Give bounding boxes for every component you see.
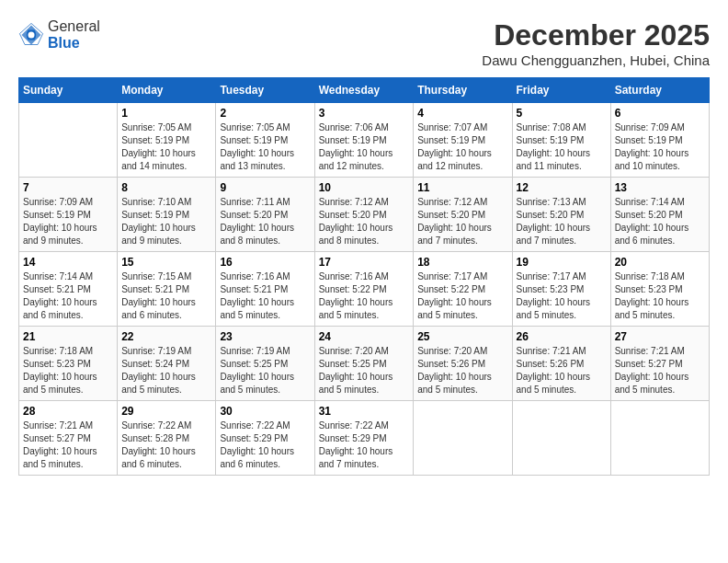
day-info: Sunrise: 7:08 AMSunset: 5:19 PMDaylight:… — [517, 121, 607, 173]
calendar-cell: 9Sunrise: 7:11 AMSunset: 5:20 PMDaylight… — [216, 178, 314, 252]
day-info: Sunrise: 7:19 AMSunset: 5:25 PMDaylight:… — [220, 345, 310, 396]
day-info: Sunrise: 7:22 AMSunset: 5:28 PMDaylight:… — [121, 419, 211, 471]
day-number: 14 — [23, 256, 113, 269]
page-header: General Blue December 2025 Dawu Chenggua… — [18, 18, 710, 68]
day-number: 24 — [319, 330, 410, 343]
day-info: Sunrise: 7:20 AMSunset: 5:26 PMDaylight:… — [417, 345, 507, 396]
calendar-cell: 8Sunrise: 7:10 AMSunset: 5:19 PMDaylight… — [118, 178, 216, 252]
day-number: 18 — [417, 256, 507, 269]
day-info: Sunrise: 7:16 AMSunset: 5:21 PMDaylight:… — [220, 270, 310, 322]
calendar-cell: 5Sunrise: 7:08 AMSunset: 5:19 PMDaylight… — [512, 103, 610, 178]
calendar-week-row: 14Sunrise: 7:14 AMSunset: 5:21 PMDayligh… — [19, 252, 710, 327]
day-info: Sunrise: 7:22 AMSunset: 5:29 PMDaylight:… — [220, 419, 310, 471]
weekday-header: Sunday — [19, 78, 118, 103]
day-info: Sunrise: 7:11 AMSunset: 5:20 PMDaylight:… — [220, 196, 310, 247]
day-number: 19 — [517, 256, 607, 269]
day-number: 12 — [517, 181, 607, 194]
calendar-week-row: 28Sunrise: 7:21 AMSunset: 5:27 PMDayligh… — [19, 401, 710, 476]
calendar-cell: 18Sunrise: 7:17 AMSunset: 5:22 PMDayligh… — [414, 252, 512, 327]
location-subtitle: Dawu Chengguanzhen, Hubei, China — [482, 52, 710, 68]
day-number: 22 — [121, 330, 211, 343]
calendar-cell — [610, 401, 709, 476]
weekday-header: Saturday — [610, 78, 709, 103]
calendar-cell: 12Sunrise: 7:13 AMSunset: 5:20 PMDayligh… — [512, 178, 610, 252]
calendar-cell: 17Sunrise: 7:16 AMSunset: 5:22 PMDayligh… — [314, 252, 414, 327]
day-info: Sunrise: 7:14 AMSunset: 5:20 PMDaylight:… — [615, 196, 705, 247]
day-info: Sunrise: 7:06 AMSunset: 5:19 PMDaylight:… — [319, 121, 410, 173]
calendar-cell: 23Sunrise: 7:19 AMSunset: 5:25 PMDayligh… — [216, 327, 314, 401]
logo-text: General Blue — [48, 18, 100, 52]
day-number: 4 — [417, 107, 507, 120]
day-info: Sunrise: 7:13 AMSunset: 5:20 PMDaylight:… — [517, 196, 607, 247]
calendar-week-row: 1Sunrise: 7:05 AMSunset: 5:19 PMDaylight… — [19, 103, 710, 178]
calendar-cell — [512, 401, 610, 476]
day-number: 17 — [319, 256, 410, 269]
calendar-week-row: 21Sunrise: 7:18 AMSunset: 5:23 PMDayligh… — [19, 327, 710, 401]
day-number: 8 — [121, 181, 211, 194]
calendar-cell: 13Sunrise: 7:14 AMSunset: 5:20 PMDayligh… — [610, 178, 709, 252]
calendar-header-row: SundayMondayTuesdayWednesdayThursdayFrid… — [19, 78, 710, 103]
calendar-cell: 31Sunrise: 7:22 AMSunset: 5:29 PMDayligh… — [314, 401, 414, 476]
calendar-cell: 14Sunrise: 7:14 AMSunset: 5:21 PMDayligh… — [19, 252, 118, 327]
day-number: 30 — [220, 405, 310, 418]
day-number: 3 — [319, 107, 410, 120]
weekday-header: Thursday — [414, 78, 512, 103]
day-info: Sunrise: 7:14 AMSunset: 5:21 PMDaylight:… — [23, 270, 113, 322]
calendar-cell: 4Sunrise: 7:07 AMSunset: 5:19 PMDaylight… — [414, 103, 512, 178]
weekday-header: Friday — [512, 78, 610, 103]
calendar-cell: 16Sunrise: 7:16 AMSunset: 5:21 PMDayligh… — [216, 252, 314, 327]
title-block: December 2025 Dawu Chengguanzhen, Hubei,… — [482, 18, 710, 68]
day-info: Sunrise: 7:10 AMSunset: 5:19 PMDaylight:… — [121, 196, 211, 247]
day-number: 23 — [220, 330, 310, 343]
day-number: 28 — [23, 405, 113, 418]
day-info: Sunrise: 7:07 AMSunset: 5:19 PMDaylight:… — [417, 121, 507, 173]
weekday-header: Monday — [118, 78, 216, 103]
calendar-cell: 3Sunrise: 7:06 AMSunset: 5:19 PMDaylight… — [314, 103, 414, 178]
calendar-cell: 20Sunrise: 7:18 AMSunset: 5:23 PMDayligh… — [610, 252, 709, 327]
day-number: 6 — [615, 107, 705, 120]
calendar-cell — [414, 401, 512, 476]
calendar-cell: 19Sunrise: 7:17 AMSunset: 5:23 PMDayligh… — [512, 252, 610, 327]
calendar-cell: 7Sunrise: 7:09 AMSunset: 5:19 PMDaylight… — [19, 178, 118, 252]
day-info: Sunrise: 7:22 AMSunset: 5:29 PMDaylight:… — [319, 419, 410, 471]
day-info: Sunrise: 7:12 AMSunset: 5:20 PMDaylight:… — [319, 196, 410, 247]
day-number: 20 — [615, 256, 705, 269]
calendar-cell: 15Sunrise: 7:15 AMSunset: 5:21 PMDayligh… — [118, 252, 216, 327]
calendar-cell: 26Sunrise: 7:21 AMSunset: 5:26 PMDayligh… — [512, 327, 610, 401]
calendar-cell: 22Sunrise: 7:19 AMSunset: 5:24 PMDayligh… — [118, 327, 216, 401]
day-info: Sunrise: 7:05 AMSunset: 5:19 PMDaylight:… — [220, 121, 310, 173]
day-number: 5 — [517, 107, 607, 120]
logo: General Blue — [18, 18, 100, 52]
day-info: Sunrise: 7:09 AMSunset: 5:19 PMDaylight:… — [615, 121, 705, 173]
day-info: Sunrise: 7:21 AMSunset: 5:26 PMDaylight:… — [517, 345, 607, 396]
svg-point-0 — [28, 32, 35, 39]
day-number: 31 — [319, 405, 410, 418]
day-number: 26 — [517, 330, 607, 343]
calendar-cell: 29Sunrise: 7:22 AMSunset: 5:28 PMDayligh… — [118, 401, 216, 476]
day-number: 13 — [615, 181, 705, 194]
day-info: Sunrise: 7:21 AMSunset: 5:27 PMDaylight:… — [615, 345, 705, 396]
calendar-cell: 21Sunrise: 7:18 AMSunset: 5:23 PMDayligh… — [19, 327, 118, 401]
weekday-header: Wednesday — [314, 78, 414, 103]
calendar-week-row: 7Sunrise: 7:09 AMSunset: 5:19 PMDaylight… — [19, 178, 710, 252]
day-number: 15 — [121, 256, 211, 269]
day-info: Sunrise: 7:19 AMSunset: 5:24 PMDaylight:… — [121, 345, 211, 396]
logo-icon — [18, 22, 44, 48]
day-number: 16 — [220, 256, 310, 269]
day-info: Sunrise: 7:15 AMSunset: 5:21 PMDaylight:… — [121, 270, 211, 322]
calendar-cell: 6Sunrise: 7:09 AMSunset: 5:19 PMDaylight… — [610, 103, 709, 178]
weekday-header: Tuesday — [216, 78, 314, 103]
calendar-cell: 10Sunrise: 7:12 AMSunset: 5:20 PMDayligh… — [314, 178, 414, 252]
calendar-cell: 25Sunrise: 7:20 AMSunset: 5:26 PMDayligh… — [414, 327, 512, 401]
day-info: Sunrise: 7:18 AMSunset: 5:23 PMDaylight:… — [23, 345, 113, 396]
calendar-cell: 30Sunrise: 7:22 AMSunset: 5:29 PMDayligh… — [216, 401, 314, 476]
calendar-cell: 27Sunrise: 7:21 AMSunset: 5:27 PMDayligh… — [610, 327, 709, 401]
day-number: 11 — [417, 181, 507, 194]
day-number: 7 — [23, 181, 113, 194]
calendar-cell: 11Sunrise: 7:12 AMSunset: 5:20 PMDayligh… — [414, 178, 512, 252]
day-number: 9 — [220, 181, 310, 194]
day-info: Sunrise: 7:09 AMSunset: 5:19 PMDaylight:… — [23, 196, 113, 247]
day-number: 27 — [615, 330, 705, 343]
day-info: Sunrise: 7:12 AMSunset: 5:20 PMDaylight:… — [417, 196, 507, 247]
calendar-cell: 24Sunrise: 7:20 AMSunset: 5:25 PMDayligh… — [314, 327, 414, 401]
